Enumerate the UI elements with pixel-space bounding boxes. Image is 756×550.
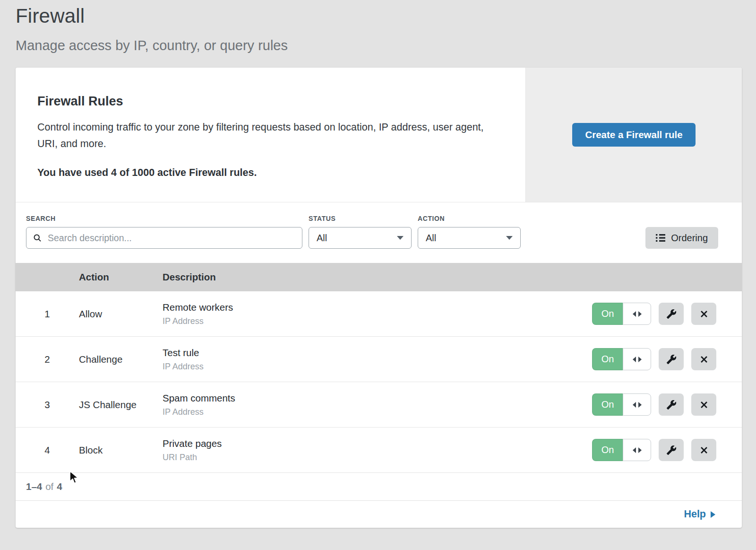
status-select[interactable]: All [309, 227, 412, 249]
toggle-arrows-icon [623, 393, 651, 416]
table-header-row: Action Description [16, 263, 742, 291]
edit-rule-button[interactable] [659, 303, 684, 325]
rule-description-cell: Remote workers IP Address [163, 302, 586, 326]
pagination-total: 4 [57, 481, 62, 492]
toggle-on-label: On [592, 439, 623, 461]
card-description: Control incoming traffic to your zone by… [37, 119, 491, 153]
rule-controls: On [586, 439, 742, 461]
table-row: 1 Allow Remote workers IP Address On [16, 291, 742, 337]
x-icon [699, 445, 709, 455]
usage-text: You have used 4 of 1000 active Firewall … [37, 167, 497, 179]
wrench-icon [666, 400, 677, 410]
wrench-icon [666, 354, 677, 365]
firewall-rules-intro: Firewall Rules Control incoming traffic … [16, 68, 525, 202]
toggle-on-label: On [592, 303, 623, 325]
page-title: Firewall [16, 5, 756, 27]
x-icon [699, 354, 709, 365]
rule-controls: On [586, 303, 742, 325]
create-firewall-rule-button[interactable]: Create a Firewall rule [572, 123, 695, 147]
rule-priority: 2 [16, 354, 79, 365]
column-header-description: Description [163, 271, 586, 283]
toggle-on-label: On [592, 393, 623, 416]
rule-description-cell: Test rule IP Address [163, 347, 586, 372]
search-box[interactable] [26, 227, 302, 249]
search-input[interactable] [47, 232, 296, 244]
rule-description: Remote workers [163, 302, 586, 313]
ordered-list-icon [656, 234, 665, 242]
chevron-down-icon [506, 236, 513, 240]
rule-field: IP Address [163, 407, 586, 417]
status-select-value: All [317, 233, 327, 244]
pagination-of: of [45, 481, 53, 492]
status-label: STATUS [309, 215, 412, 222]
delete-rule-button[interactable] [691, 393, 716, 416]
pagination: 1–4 of 4 [16, 473, 742, 500]
rule-field: IP Address [163, 362, 586, 372]
x-icon [699, 400, 709, 410]
action-select-value: All [426, 233, 436, 244]
rule-field: IP Address [163, 316, 586, 326]
firewall-card: Firewall Rules Control incoming traffic … [16, 68, 742, 528]
search-filter: SEARCH [26, 215, 302, 249]
rule-toggle[interactable]: On [592, 393, 651, 416]
rule-action: Challenge [79, 354, 163, 365]
ordering-button[interactable]: Ordering [645, 227, 718, 249]
rule-field: URI Path [163, 453, 586, 463]
chevron-down-icon [397, 236, 404, 240]
action-label: ACTION [418, 215, 521, 222]
rule-controls: On [586, 393, 742, 416]
rule-priority: 1 [16, 308, 79, 320]
rule-action: Allow [79, 308, 163, 320]
rule-priority: 4 [16, 445, 79, 456]
rule-toggle[interactable]: On [592, 348, 651, 370]
pagination-range: 1–4 [26, 481, 42, 492]
table-row: 4 Block Private pages URI Path On [16, 428, 742, 473]
action-filter: ACTION All [418, 215, 521, 249]
card-footer: Help [16, 500, 742, 528]
status-filter: STATUS All [309, 215, 412, 249]
rule-action: JS Challenge [79, 399, 163, 410]
rule-description: Private pages [163, 438, 586, 449]
table-row: 2 Challenge Test rule IP Address On [16, 337, 742, 382]
page-header: Firewall Manage access by IP, country, o… [0, 0, 756, 53]
delete-rule-button[interactable] [691, 303, 716, 325]
page-subtitle: Manage access by IP, country, or query r… [16, 38, 756, 53]
search-label: SEARCH [26, 215, 302, 222]
arrow-right-icon [711, 511, 715, 518]
rule-description: Test rule [163, 347, 586, 358]
wrench-icon [666, 445, 677, 455]
rule-toggle[interactable]: On [592, 303, 651, 325]
delete-rule-button[interactable] [691, 439, 716, 461]
rule-description: Spam comments [163, 393, 586, 404]
rule-controls: On [586, 348, 742, 370]
table-row: 3 JS Challenge Spam comments IP Address … [16, 382, 742, 428]
column-header-action: Action [79, 271, 163, 283]
search-icon [33, 233, 42, 243]
edit-rule-button[interactable] [659, 439, 684, 461]
toggle-arrows-icon [623, 348, 651, 370]
rule-action: Block [79, 445, 163, 456]
x-icon [699, 309, 709, 319]
toggle-arrows-icon [623, 303, 651, 325]
delete-rule-button[interactable] [691, 348, 716, 370]
card-title: Firewall Rules [37, 94, 497, 109]
toggle-on-label: On [592, 348, 623, 370]
edit-rule-button[interactable] [659, 348, 684, 370]
edit-rule-button[interactable] [659, 393, 684, 416]
ordering-label: Ordering [671, 233, 708, 244]
help-label: Help [684, 508, 706, 520]
firewall-rules-section: Firewall Rules Control incoming traffic … [16, 68, 742, 202]
help-link[interactable]: Help [684, 508, 715, 520]
rules-table: Action Description 1 Allow Remote worker… [16, 263, 742, 500]
create-rule-panel: Create a Firewall rule [525, 68, 742, 202]
rule-priority: 3 [16, 399, 79, 410]
rule-description-cell: Spam comments IP Address [163, 393, 586, 417]
rule-toggle[interactable]: On [592, 439, 651, 461]
toggle-arrows-icon [623, 439, 651, 461]
filters-bar: SEARCH STATUS All ACTION All [16, 202, 742, 263]
rule-description-cell: Private pages URI Path [163, 438, 586, 463]
action-select[interactable]: All [418, 227, 521, 249]
wrench-icon [666, 309, 677, 319]
